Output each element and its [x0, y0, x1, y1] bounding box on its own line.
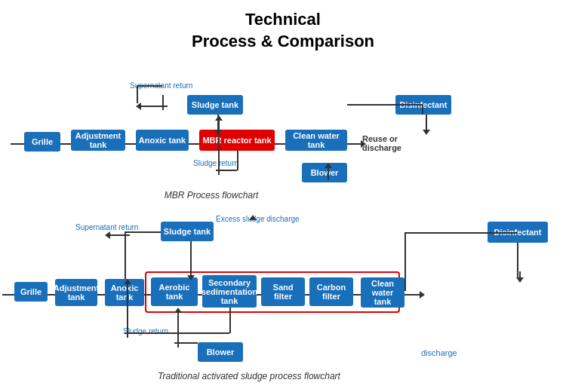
box-adjustment-2: Adjustment tank — [55, 279, 97, 306]
box-sludge-2: Sludge tank — [161, 222, 214, 241]
supernatant-arrow-2 — [105, 231, 130, 239]
box-sludge-1: Sludge tank — [187, 95, 243, 115]
box-adjustment-1: Adjustment tank — [71, 130, 125, 151]
excess-sludge-label: Excess sludge discharge — [216, 215, 300, 223]
box-grille-2: Grille — [14, 282, 48, 302]
box-clean-water-2: Clean water tank — [361, 277, 405, 308]
box-anoxic-1: Anoxic tank — [136, 130, 189, 151]
caption-2: Traditional activated sludge process flo… — [98, 371, 400, 381]
box-mbr: MBR reactor tank — [199, 130, 275, 151]
box-blower-2: Blower — [198, 342, 243, 362]
supernatant-label-2: Supernatant return — [75, 223, 138, 231]
disinfectant-down-1 — [423, 115, 430, 135]
disinfectant-down-2 — [516, 271, 524, 283]
arrow-clean-discharge-2 — [405, 291, 425, 299]
page-title: Technical Process & Comparison — [0, 0, 566, 52]
caption-1: MBR Process flowchart — [128, 190, 294, 201]
box-sand-2: Sand filter — [261, 277, 305, 306]
supernatant-arrow-1 — [136, 103, 168, 110]
blower-up-1 — [325, 163, 332, 180]
box-carbon-2: Carbon filter — [309, 277, 353, 306]
sludge-return-up-1 — [215, 115, 223, 175]
reuse-label: Reuse or discharge — [362, 134, 408, 152]
sludge-down-2 — [187, 241, 195, 280]
box-aerobic-2: Aerobic tank — [151, 277, 198, 306]
box-grille-1: Grille — [24, 132, 60, 152]
discharge-label: discharge — [421, 348, 457, 357]
excess-arrow — [249, 215, 257, 220]
box-secondary-2: Secondary sedimentation tank — [202, 275, 257, 308]
sludge-return-up-2 — [124, 279, 131, 338]
box-clean-water-1: Clean water tank — [285, 130, 347, 151]
